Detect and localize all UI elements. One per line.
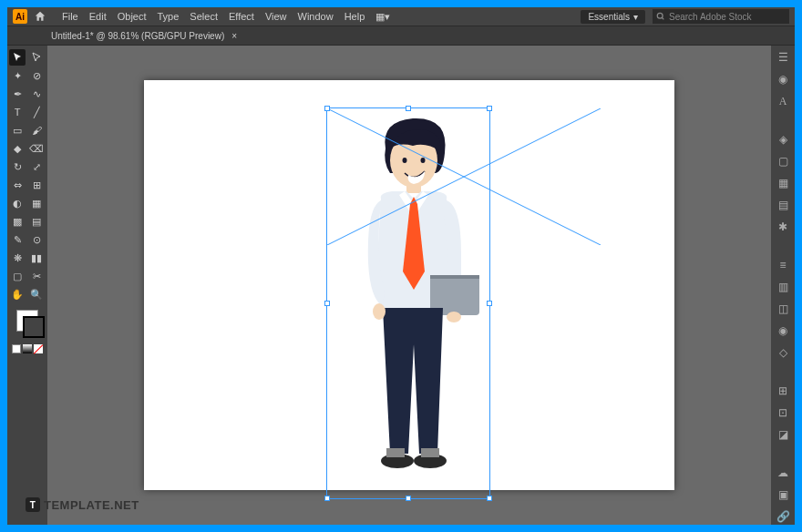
menu-help[interactable]: Help	[339, 11, 371, 22]
menu-file[interactable]: File	[57, 11, 84, 22]
graphic-styles-panel-icon[interactable]: ◇	[775, 344, 791, 361]
tools-panel: ✦ ⊘ ✒ ∿ T ╱ ▭ 🖌 ◆ ⌫ ↻ ⤢ ⇔ ⊞ ◐ ▦ ▩ ▤ ✎ ⊙ …	[7, 46, 47, 525]
menu-object[interactable]: Object	[112, 11, 152, 22]
paintbrush-tool[interactable]: 🖌	[28, 122, 45, 138]
canvas-area[interactable]	[47, 46, 771, 525]
properties-panel-icon[interactable]: ☰	[775, 49, 791, 66]
color-swatch-area	[9, 310, 46, 353]
svg-point-0	[657, 13, 663, 18]
menu-type[interactable]: Type	[152, 11, 185, 22]
type-tool[interactable]: T	[9, 104, 26, 120]
links-panel-icon[interactable]: 🔗	[775, 508, 791, 525]
column-graph-tool[interactable]: ▮▮	[28, 250, 45, 266]
blend-tool[interactable]: ⊙	[28, 231, 45, 248]
watermark-text: TEMPLATE.NET	[44, 498, 139, 512]
document-tab[interactable]: Untitled-1* @ 98.61% (RGB/GPU Preview) ×	[44, 31, 244, 41]
selection-tool[interactable]	[9, 49, 26, 66]
curvature-tool[interactable]: ∿	[28, 86, 45, 102]
handle-middle-right[interactable]	[487, 301, 492, 306]
eraser-tool[interactable]: ⌫	[28, 140, 45, 157]
color-panel-icon[interactable]: ◉	[775, 71, 791, 87]
type-panel-icon[interactable]: A	[775, 93, 791, 109]
gradient-panel-icon[interactable]: ▥	[775, 279, 791, 295]
handle-bottom-center[interactable]	[406, 496, 411, 501]
workspace-body: ✦ ⊘ ✒ ∿ T ╱ ▭ 🖌 ◆ ⌫ ↻ ⤢ ⇔ ⊞ ◐ ▦ ▩ ▤ ✎ ⊙ …	[7, 46, 795, 525]
arrange-docs-icon[interactable]: ▦▾	[370, 11, 396, 23]
document-tabs: Untitled-1* @ 98.61% (RGB/GPU Preview) ×	[7, 26, 795, 46]
transform-panel-icon[interactable]: ⊡	[775, 404, 791, 421]
handle-middle-left[interactable]	[324, 301, 330, 306]
workspace-switcher[interactable]: Essentials ▾	[581, 10, 645, 24]
selection-diagonals	[327, 108, 601, 245]
width-tool[interactable]: ⇔	[9, 177, 26, 193]
perspective-grid-tool[interactable]: ▦	[28, 195, 45, 211]
draw-mode-controls	[12, 344, 43, 353]
color-mode-icon[interactable]	[12, 344, 21, 353]
chevron-down-icon: ▾	[633, 12, 638, 22]
selection-bounding-box[interactable]	[326, 107, 490, 499]
hand-tool[interactable]: ✋	[9, 286, 26, 302]
artboard	[144, 80, 674, 490]
handle-bottom-right[interactable]	[487, 496, 492, 501]
search-input[interactable]: Search Adobe Stock	[653, 9, 789, 24]
stroke-panel-icon[interactable]: ≡	[775, 257, 791, 273]
free-transform-tool[interactable]: ⊞	[28, 177, 45, 193]
app-logo: Ai	[13, 9, 27, 24]
transparency-panel-icon[interactable]: ◫	[775, 301, 791, 317]
handle-top-left[interactable]	[324, 106, 330, 111]
gradient-tool[interactable]: ▤	[28, 213, 45, 230]
libraries-panel-icon[interactable]: ☁	[775, 465, 791, 481]
artboard-tool[interactable]: ▢	[9, 268, 26, 284]
magic-wand-tool[interactable]: ✦	[9, 67, 26, 84]
app-window: Ai File Edit Object Type Select Effect V…	[7, 7, 795, 525]
eyedropper-tool[interactable]: ✎	[9, 231, 26, 248]
rotate-tool[interactable]: ↻	[9, 159, 26, 175]
none-mode-icon[interactable]	[34, 344, 43, 353]
pen-tool[interactable]: ✒	[9, 86, 26, 102]
menubar: Ai File Edit Object Type Select Effect V…	[7, 7, 795, 26]
shaper-tool[interactable]: ◆	[9, 140, 26, 157]
artboards-panel-icon[interactable]: ▢	[775, 153, 791, 169]
swatches-panel-icon[interactable]: ▦	[775, 175, 791, 191]
align-panel-icon[interactable]: ⊞	[775, 383, 791, 399]
slice-tool[interactable]: ✂	[28, 268, 45, 284]
handle-top-center[interactable]	[406, 106, 411, 111]
handle-bottom-left[interactable]	[324, 496, 330, 501]
watermark: T TEMPLATE.NET	[26, 497, 139, 512]
svg-line-1	[662, 17, 663, 19]
lasso-tool[interactable]: ⊘	[28, 67, 45, 84]
pathfinder-panel-icon[interactable]: ◪	[775, 426, 791, 443]
menu-view[interactable]: View	[260, 11, 293, 22]
appearance-panel-icon[interactable]: ◉	[775, 322, 791, 339]
close-tab-icon[interactable]: ×	[231, 31, 237, 41]
document-tab-label: Untitled-1* @ 98.61% (RGB/GPU Preview)	[51, 31, 224, 41]
symbols-panel-icon[interactable]: ✱	[775, 219, 791, 235]
home-icon[interactable]	[33, 9, 47, 24]
asset-export-panel-icon[interactable]: ▣	[775, 486, 791, 503]
layers-panel-icon[interactable]: ◈	[775, 131, 791, 148]
scale-tool[interactable]: ⤢	[28, 159, 45, 175]
symbol-sprayer-tool[interactable]: ❋	[9, 250, 26, 266]
search-icon	[656, 12, 665, 21]
watermark-badge: T	[26, 497, 40, 512]
brushes-panel-icon[interactable]: ▤	[775, 197, 791, 213]
menu-effect[interactable]: Effect	[223, 11, 260, 22]
mesh-tool[interactable]: ▩	[9, 213, 26, 230]
fill-color-swatch[interactable]	[16, 310, 38, 332]
menu-select[interactable]: Select	[184, 11, 223, 22]
zoom-tool[interactable]: 🔍	[28, 286, 45, 302]
rectangle-tool[interactable]: ▭	[9, 122, 26, 138]
workspace-label: Essentials	[588, 12, 630, 22]
gradient-mode-icon[interactable]	[23, 344, 32, 353]
shape-builder-tool[interactable]: ◐	[9, 195, 26, 211]
stroke-color-swatch[interactable]	[23, 316, 45, 338]
line-tool[interactable]: ╱	[28, 104, 45, 120]
right-panel-dock: ☰ ◉ A ◈ ▢ ▦ ▤ ✱ ≡ ▥ ◫ ◉ ◇ ⊞ ⊡ ◪ ☁ ▣ 🔗	[771, 46, 795, 525]
handle-top-right[interactable]	[487, 106, 492, 111]
menu-edit[interactable]: Edit	[84, 11, 112, 22]
menu-window[interactable]: Window	[293, 11, 339, 22]
search-placeholder: Search Adobe Stock	[669, 12, 752, 22]
direct-selection-tool[interactable]	[28, 49, 45, 66]
